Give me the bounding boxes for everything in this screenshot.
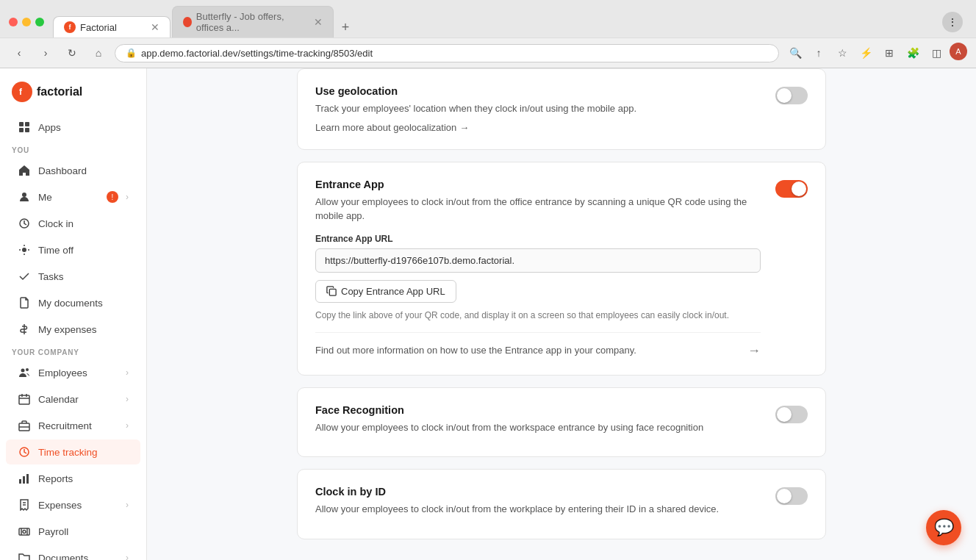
new-tab-button[interactable]: + [335, 17, 356, 37]
apps-grid-button[interactable]: ⊞ [879, 43, 900, 63]
clock-in-by-id-desc: Allow your employees to clock in/out fro… [315, 502, 761, 517]
geolocation-row: Use geolocation Track your employees' lo… [315, 85, 808, 133]
svg-rect-28 [19, 528, 29, 535]
sidebar-item-label-dashboard: Dashboard [38, 165, 129, 176]
arrow-right-icon: → [459, 122, 469, 133]
clock-in-by-id-title: Clock in by ID [315, 486, 761, 498]
sidebar-item-me[interactable]: Me ! › [6, 184, 140, 209]
sidebar-item-recruitment[interactable]: Recruitment › [6, 413, 140, 438]
svg-point-8 [22, 248, 26, 252]
entrance-app-url-input[interactable] [315, 248, 761, 273]
sidebar-toggle[interactable]: ◫ [926, 43, 947, 63]
sidebar-item-dashboard[interactable]: Dashboard [6, 158, 140, 183]
address-bar[interactable]: 🔒 app.demo.factorial.dev/settings/time-t… [115, 44, 779, 62]
traffic-light-red[interactable] [9, 18, 18, 26]
tab-factorial[interactable]: f Factorial ✕ [53, 16, 171, 37]
sidebar-item-label-time-off: Time off [38, 245, 129, 256]
main-content: Use geolocation Track your employees' lo… [147, 68, 976, 560]
dollar-icon [18, 323, 31, 336]
sidebar-logo: f factorial [0, 76, 146, 114]
geolocation-toggle[interactable] [775, 87, 808, 104]
sidebar-section-company: Your Company [0, 342, 146, 359]
reload-button[interactable]: ↻ [62, 43, 82, 63]
sidebar-item-label-reports: Reports [38, 473, 129, 484]
forward-button[interactable]: › [35, 43, 56, 63]
sidebar-item-reports[interactable]: Reports [6, 466, 140, 491]
me-badge: ! [107, 191, 118, 203]
sidebar-item-label-my-documents: My documents [38, 298, 129, 309]
geolocation-toggle-wrapper [775, 85, 808, 104]
sidebar-item-label-expenses: Expenses [38, 500, 118, 511]
sidebar-item-apps[interactable]: Apps [6, 115, 140, 140]
chat-bubble[interactable]: 💬 [926, 510, 961, 545]
face-recognition-toggle-knob [777, 407, 792, 422]
user-icon [18, 190, 31, 204]
sun-icon [18, 243, 31, 256]
calendar-chevron-icon: › [126, 394, 129, 404]
svg-point-15 [26, 368, 29, 371]
entrance-footer: Find out more information on how to use … [315, 332, 761, 359]
tab-close-butterfly[interactable]: ✕ [314, 16, 323, 28]
extensions-button[interactable]: ⚡ [855, 43, 876, 63]
address-text: app.demo.factorial.dev/settings/time-tra… [141, 48, 373, 59]
home-button[interactable]: ⌂ [88, 43, 109, 63]
browser-tabs: f Factorial ✕ Butterfly - Job offers, of… [53, 6, 356, 37]
sidebar-item-label-payroll: Payroll [38, 526, 129, 537]
sidebar-item-time-tracking[interactable]: Time tracking [6, 439, 140, 464]
tab-favicon-factorial: f [64, 21, 76, 33]
sidebar-item-payroll[interactable]: Payroll [6, 519, 140, 544]
svg-rect-5 [25, 128, 29, 132]
sidebar-item-tasks[interactable]: Tasks [6, 264, 140, 289]
back-button[interactable]: ‹ [9, 43, 29, 63]
clock-icon [18, 217, 31, 230]
clock-in-by-id-toggle[interactable] [775, 487, 808, 505]
sidebar-item-documents[interactable]: Documents › [6, 545, 140, 560]
entrance-app-content: Entrance App Allow your employees to clo… [315, 179, 761, 359]
sidebar-item-time-off[interactable]: Time off [6, 237, 140, 262]
share-button[interactable]: ↑ [808, 43, 829, 63]
face-recognition-toggle-wrapper [775, 404, 808, 423]
sidebar-item-expenses[interactable]: Expenses › [6, 492, 140, 517]
sidebar-item-calendar[interactable]: Calendar › [6, 387, 140, 412]
money-icon [18, 525, 31, 538]
svg-rect-25 [26, 474, 29, 484]
geolocation-title: Use geolocation [315, 85, 761, 97]
svg-rect-24 [23, 476, 25, 484]
sidebar-item-label-apps: Apps [38, 122, 129, 133]
sidebar-item-my-documents[interactable]: My documents [6, 290, 140, 315]
search-button[interactable]: 🔍 [785, 43, 805, 63]
sidebar-item-employees[interactable]: Employees › [6, 360, 140, 385]
entrance-footer-arrow-icon[interactable]: → [747, 343, 761, 359]
traffic-light-green[interactable] [35, 18, 44, 26]
users-icon [18, 366, 31, 379]
sidebar-item-my-expenses[interactable]: My expenses [6, 317, 140, 342]
copy-entrance-app-url-button[interactable]: Copy Entrance App URL [315, 280, 456, 303]
svg-rect-4 [19, 128, 24, 132]
geolocation-block: Use geolocation Track your employees' lo… [297, 68, 826, 150]
traffic-light-yellow[interactable] [22, 18, 31, 26]
tab-butterfly[interactable]: Butterfly - Job offers, offices a... ✕ [172, 6, 334, 37]
sidebar-item-label-tasks: Tasks [38, 271, 129, 282]
factorial-logo: f factorial [12, 82, 82, 102]
face-recognition-block: Face Recognition Allow your employees to… [297, 387, 826, 458]
profile-button[interactable]: A [950, 43, 967, 60]
geolocation-link[interactable]: Learn more about geolocalization → [315, 122, 761, 133]
face-recognition-toggle[interactable] [775, 406, 808, 423]
extension-button-1[interactable]: 🧩 [903, 43, 923, 63]
face-recognition-title: Face Recognition [315, 404, 761, 416]
sidebar: f factorial Apps You [0, 68, 147, 560]
sidebar-item-clock-in[interactable]: Clock in [6, 211, 140, 236]
toolbar-actions: 🔍 ↑ ☆ ⚡ ⊞ 🧩 ◫ A [785, 43, 967, 63]
tab-label-factorial: Factorial [80, 22, 117, 33]
file-icon [18, 296, 31, 309]
svg-point-6 [22, 193, 26, 197]
traffic-lights [9, 18, 44, 26]
sidebar-item-label-me: Me [38, 192, 99, 203]
svg-rect-23 [19, 479, 21, 484]
browser-menu-button[interactable]: ⋮ [942, 12, 963, 32]
bookmark-button[interactable]: ☆ [832, 43, 853, 63]
entrance-app-toggle[interactable] [775, 180, 808, 198]
tab-close-factorial[interactable]: ✕ [151, 21, 159, 33]
face-recognition-row: Face Recognition Allow your employees to… [315, 404, 808, 441]
documents-chevron-icon: › [126, 553, 129, 560]
